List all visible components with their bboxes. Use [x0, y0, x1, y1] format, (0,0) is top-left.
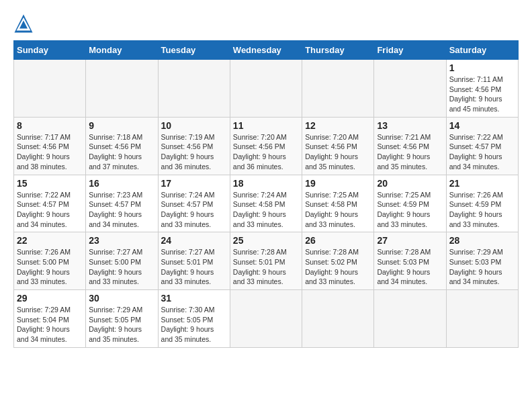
day-info: Sunrise: 7:29 AMSunset: 5:05 PMDaylight:…: [89, 305, 154, 345]
day-number: 30: [89, 293, 154, 304]
day-info: Sunrise: 7:25 AMSunset: 4:58 PMDaylight:…: [305, 190, 371, 230]
calendar-cell: [86, 60, 158, 118]
calendar-cell: 12Sunrise: 7:20 AMSunset: 4:56 PMDayligh…: [302, 117, 374, 175]
column-header-saturday: Saturday: [446, 41, 518, 60]
calendar-cell: 27Sunrise: 7:28 AMSunset: 5:03 PMDayligh…: [374, 232, 446, 290]
calendar-cell: [374, 60, 446, 118]
calendar-cell: 14Sunrise: 7:22 AMSunset: 4:57 PMDayligh…: [446, 117, 518, 175]
day-info: Sunrise: 7:22 AMSunset: 4:57 PMDaylight:…: [17, 190, 83, 230]
day-number: 16: [89, 178, 154, 189]
calendar-cell: [374, 290, 446, 348]
calendar-cell: 20Sunrise: 7:25 AMSunset: 4:59 PMDayligh…: [374, 175, 446, 232]
day-info: Sunrise: 7:30 AMSunset: 5:05 PMDaylight:…: [161, 305, 227, 345]
day-number: 11: [233, 120, 299, 131]
calendar-body: 1Sunrise: 7:11 AMSunset: 4:56 PMDaylight…: [14, 60, 519, 348]
calendar-cell: 22Sunrise: 7:26 AMSunset: 5:00 PMDayligh…: [14, 232, 86, 290]
calendar-cell: 31Sunrise: 7:30 AMSunset: 5:05 PMDayligh…: [158, 290, 230, 348]
day-number: 17: [161, 178, 227, 189]
day-info: Sunrise: 7:17 AMSunset: 4:56 PMDaylight:…: [17, 132, 83, 172]
calendar-cell: [14, 60, 86, 118]
day-number: 15: [17, 178, 83, 189]
day-info: Sunrise: 7:20 AMSunset: 4:56 PMDaylight:…: [233, 132, 299, 172]
day-info: Sunrise: 7:26 AMSunset: 4:59 PMDaylight:…: [449, 190, 515, 230]
day-number: 31: [161, 293, 227, 304]
day-number: 23: [89, 235, 154, 246]
day-number: 29: [17, 293, 83, 304]
day-number: 28: [449, 235, 515, 246]
day-info: Sunrise: 7:11 AMSunset: 4:56 PMDaylight:…: [449, 75, 515, 114]
day-number: 20: [377, 178, 443, 189]
day-info: Sunrise: 7:27 AMSunset: 5:00 PMDaylight:…: [89, 247, 154, 287]
calendar-cell: 21Sunrise: 7:26 AMSunset: 4:59 PMDayligh…: [446, 175, 518, 232]
calendar-header-row: SundayMondayTuesdayWednesdayThursdayFrid…: [14, 41, 519, 60]
calendar-cell: 29Sunrise: 7:29 AMSunset: 5:04 PMDayligh…: [14, 290, 86, 348]
day-info: Sunrise: 7:21 AMSunset: 4:56 PMDaylight:…: [377, 132, 443, 172]
day-number: 21: [449, 178, 515, 189]
page-header: [13, 13, 519, 34]
calendar-cell: [302, 290, 374, 348]
day-info: Sunrise: 7:20 AMSunset: 4:56 PMDaylight:…: [305, 132, 371, 172]
column-header-monday: Monday: [86, 41, 158, 60]
calendar-week-row: 22Sunrise: 7:26 AMSunset: 5:00 PMDayligh…: [14, 232, 519, 290]
column-header-thursday: Thursday: [302, 41, 374, 60]
day-number: 22: [17, 235, 83, 246]
calendar-cell: [230, 290, 302, 348]
day-number: 19: [305, 178, 371, 189]
calendar-cell: 17Sunrise: 7:24 AMSunset: 4:57 PMDayligh…: [158, 175, 230, 232]
day-number: 10: [161, 120, 227, 131]
logo: [13, 13, 35, 34]
day-number: 18: [233, 178, 299, 189]
calendar-cell: 10Sunrise: 7:19 AMSunset: 4:56 PMDayligh…: [158, 117, 230, 175]
day-info: Sunrise: 7:25 AMSunset: 4:59 PMDaylight:…: [377, 190, 443, 230]
calendar-cell: [230, 60, 302, 118]
calendar-cell: 16Sunrise: 7:23 AMSunset: 4:57 PMDayligh…: [86, 175, 158, 232]
day-info: Sunrise: 7:28 AMSunset: 5:02 PMDaylight:…: [305, 247, 371, 287]
calendar-cell: 28Sunrise: 7:29 AMSunset: 5:03 PMDayligh…: [446, 232, 518, 290]
day-info: Sunrise: 7:29 AMSunset: 5:04 PMDaylight:…: [17, 305, 83, 345]
calendar-week-row: 8Sunrise: 7:17 AMSunset: 4:56 PMDaylight…: [14, 117, 519, 175]
calendar-table: SundayMondayTuesdayWednesdayThursdayFrid…: [13, 40, 519, 348]
column-header-friday: Friday: [374, 41, 446, 60]
calendar-cell: 24Sunrise: 7:27 AMSunset: 5:01 PMDayligh…: [158, 232, 230, 290]
day-info: Sunrise: 7:29 AMSunset: 5:03 PMDaylight:…: [449, 247, 515, 287]
column-header-tuesday: Tuesday: [158, 41, 230, 60]
calendar-cell: 23Sunrise: 7:27 AMSunset: 5:00 PMDayligh…: [86, 232, 158, 290]
calendar-cell: 13Sunrise: 7:21 AMSunset: 4:56 PMDayligh…: [374, 117, 446, 175]
calendar-cell: 11Sunrise: 7:20 AMSunset: 4:56 PMDayligh…: [230, 117, 302, 175]
calendar-week-row: 29Sunrise: 7:29 AMSunset: 5:04 PMDayligh…: [14, 290, 519, 348]
calendar-cell: [158, 60, 230, 118]
day-info: Sunrise: 7:26 AMSunset: 5:00 PMDaylight:…: [17, 247, 83, 287]
day-info: Sunrise: 7:19 AMSunset: 4:56 PMDaylight:…: [161, 132, 227, 172]
day-number: 14: [449, 120, 515, 131]
calendar-cell: 18Sunrise: 7:24 AMSunset: 4:58 PMDayligh…: [230, 175, 302, 232]
calendar-cell: 19Sunrise: 7:25 AMSunset: 4:58 PMDayligh…: [302, 175, 374, 232]
day-info: Sunrise: 7:18 AMSunset: 4:56 PMDaylight:…: [89, 132, 154, 172]
column-header-wednesday: Wednesday: [230, 41, 302, 60]
calendar-cell: 26Sunrise: 7:28 AMSunset: 5:02 PMDayligh…: [302, 232, 374, 290]
calendar-cell: 1Sunrise: 7:11 AMSunset: 4:56 PMDaylight…: [446, 60, 518, 118]
calendar-week-row: 1Sunrise: 7:11 AMSunset: 4:56 PMDaylight…: [14, 60, 519, 118]
day-info: Sunrise: 7:23 AMSunset: 4:57 PMDaylight:…: [89, 190, 154, 230]
calendar-cell: [302, 60, 374, 118]
calendar-week-row: 15Sunrise: 7:22 AMSunset: 4:57 PMDayligh…: [14, 175, 519, 232]
calendar-cell: 9Sunrise: 7:18 AMSunset: 4:56 PMDaylight…: [86, 117, 158, 175]
day-info: Sunrise: 7:24 AMSunset: 4:57 PMDaylight:…: [161, 190, 227, 230]
day-number: 9: [89, 120, 154, 131]
calendar-cell: [446, 290, 518, 348]
day-number: 25: [233, 235, 299, 246]
calendar-cell: 15Sunrise: 7:22 AMSunset: 4:57 PMDayligh…: [14, 175, 86, 232]
day-info: Sunrise: 7:27 AMSunset: 5:01 PMDaylight:…: [161, 247, 227, 287]
calendar-cell: 25Sunrise: 7:28 AMSunset: 5:01 PMDayligh…: [230, 232, 302, 290]
day-info: Sunrise: 7:28 AMSunset: 5:01 PMDaylight:…: [233, 247, 299, 287]
day-info: Sunrise: 7:22 AMSunset: 4:57 PMDaylight:…: [449, 132, 515, 172]
day-info: Sunrise: 7:24 AMSunset: 4:58 PMDaylight:…: [233, 190, 299, 230]
day-info: Sunrise: 7:28 AMSunset: 5:03 PMDaylight:…: [377, 247, 443, 287]
calendar-cell: 8Sunrise: 7:17 AMSunset: 4:56 PMDaylight…: [14, 117, 86, 175]
day-number: 13: [377, 120, 443, 131]
day-number: 12: [305, 120, 371, 131]
day-number: 1: [449, 62, 515, 73]
day-number: 27: [377, 235, 443, 246]
column-header-sunday: Sunday: [14, 41, 86, 60]
day-number: 24: [161, 235, 227, 246]
calendar-cell: 30Sunrise: 7:29 AMSunset: 5:05 PMDayligh…: [86, 290, 158, 348]
